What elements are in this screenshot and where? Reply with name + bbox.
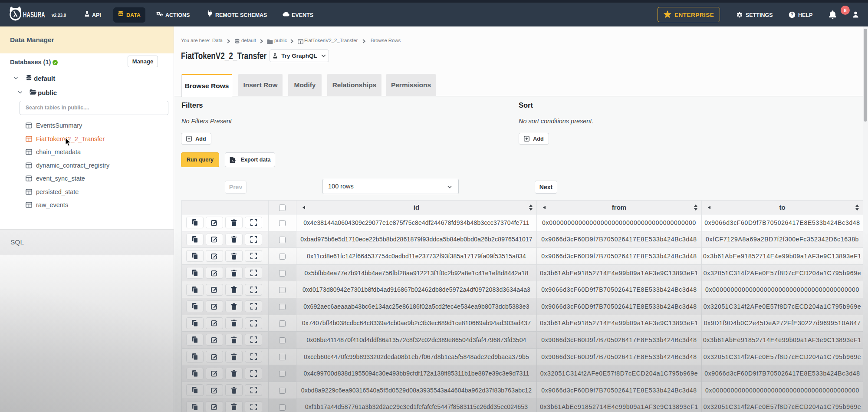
svg-text:?: ? [791,12,793,17]
